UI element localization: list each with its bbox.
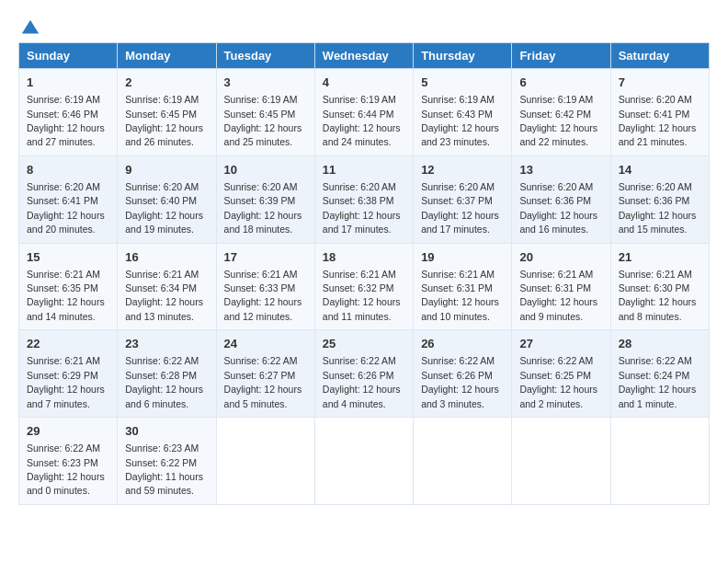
sunset-text: Sunset: 6:45 PM <box>125 109 197 120</box>
calendar-day-cell: 30 Sunrise: 6:23 AM Sunset: 6:22 PM Dayl… <box>118 418 216 505</box>
sunset-text: Sunset: 6:38 PM <box>323 195 394 206</box>
col-header-wednesday: Wednesday <box>314 43 413 69</box>
daylight-text: Daylight: 12 hours and 7 minutes. <box>27 384 105 408</box>
sunset-text: Sunset: 6:40 PM <box>125 195 197 206</box>
sunrise-text: Sunrise: 6:22 AM <box>125 355 199 366</box>
daylight-text: Daylight: 12 hours and 10 minutes. <box>421 296 499 321</box>
calendar-header-row: SundayMondayTuesdayWednesdayThursdayFrid… <box>19 43 710 69</box>
calendar-day-cell: 25 Sunrise: 6:22 AM Sunset: 6:26 PM Dayl… <box>314 330 413 418</box>
sunset-text: Sunset: 6:22 PM <box>125 457 197 468</box>
sunset-text: Sunset: 6:44 PM <box>323 109 394 120</box>
day-number: 21 <box>619 249 701 266</box>
sunrise-text: Sunrise: 6:20 AM <box>519 181 593 192</box>
daylight-text: Daylight: 12 hours and 27 minutes. <box>27 122 105 147</box>
calendar-day-cell: 19 Sunrise: 6:21 AM Sunset: 6:31 PM Dayl… <box>414 243 512 330</box>
sunrise-text: Sunrise: 6:22 AM <box>421 355 495 366</box>
calendar-day-cell: 14 Sunrise: 6:20 AM Sunset: 6:36 PM Dayl… <box>610 155 709 243</box>
sunset-text: Sunset: 6:35 PM <box>27 282 98 293</box>
day-number: 14 <box>619 162 701 178</box>
day-number: 20 <box>519 249 602 266</box>
day-number: 19 <box>421 249 504 266</box>
day-number: 3 <box>224 75 307 91</box>
sunset-text: Sunset: 6:46 PM <box>27 109 98 120</box>
sunrise-text: Sunrise: 6:21 AM <box>519 269 593 280</box>
empty-cell <box>314 418 413 505</box>
sunrise-text: Sunrise: 6:21 AM <box>125 269 199 280</box>
daylight-text: Daylight: 12 hours and 16 minutes. <box>519 210 597 235</box>
day-number: 16 <box>125 249 208 266</box>
calendar-day-cell: 23 Sunrise: 6:22 AM Sunset: 6:28 PM Dayl… <box>118 330 216 418</box>
calendar-day-cell: 20 Sunrise: 6:21 AM Sunset: 6:31 PM Dayl… <box>512 243 610 330</box>
sunset-text: Sunset: 6:28 PM <box>125 370 197 381</box>
daylight-text: Daylight: 12 hours and 5 minutes. <box>224 384 302 408</box>
daylight-text: Daylight: 12 hours and 9 minutes. <box>519 296 597 321</box>
sunrise-text: Sunrise: 6:21 AM <box>323 269 396 280</box>
calendar-day-cell: 9 Sunrise: 6:20 AM Sunset: 6:40 PM Dayli… <box>118 155 216 243</box>
daylight-text: Daylight: 12 hours and 15 minutes. <box>619 210 697 235</box>
calendar-day-cell: 13 Sunrise: 6:20 AM Sunset: 6:36 PM Dayl… <box>512 155 610 243</box>
day-number: 10 <box>224 162 307 178</box>
sunrise-text: Sunrise: 6:20 AM <box>421 181 495 192</box>
daylight-text: Daylight: 12 hours and 1 minute. <box>619 384 697 408</box>
day-number: 27 <box>519 336 602 352</box>
day-number: 7 <box>619 75 701 91</box>
daylight-text: Daylight: 12 hours and 18 minutes. <box>224 210 302 235</box>
calendar-week-row: 1 Sunrise: 6:19 AM Sunset: 6:46 PM Dayli… <box>19 69 710 156</box>
day-number: 15 <box>27 249 109 266</box>
day-number: 13 <box>519 162 602 178</box>
calendar-day-cell: 29 Sunrise: 6:22 AM Sunset: 6:23 PM Dayl… <box>19 418 118 505</box>
calendar-week-row: 22 Sunrise: 6:21 AM Sunset: 6:29 PM Dayl… <box>19 330 710 418</box>
daylight-text: Daylight: 12 hours and 19 minutes. <box>125 210 203 235</box>
day-number: 25 <box>323 336 405 352</box>
sunset-text: Sunset: 6:27 PM <box>224 370 296 381</box>
day-number: 30 <box>125 423 208 440</box>
sunset-text: Sunset: 6:24 PM <box>619 370 690 381</box>
calendar-day-cell: 6 Sunrise: 6:19 AM Sunset: 6:42 PM Dayli… <box>512 69 610 156</box>
daylight-text: Daylight: 12 hours and 0 minutes. <box>27 471 105 496</box>
sunset-text: Sunset: 6:36 PM <box>519 195 591 206</box>
col-header-friday: Friday <box>512 43 610 69</box>
daylight-text: Daylight: 12 hours and 12 minutes. <box>224 296 302 321</box>
empty-cell <box>512 418 610 505</box>
daylight-text: Daylight: 12 hours and 26 minutes. <box>125 122 203 147</box>
day-number: 23 <box>125 336 208 352</box>
header <box>18 18 710 35</box>
sunrise-text: Sunrise: 6:21 AM <box>421 269 495 280</box>
sunrise-text: Sunrise: 6:20 AM <box>27 181 100 192</box>
daylight-text: Daylight: 12 hours and 25 minutes. <box>224 122 302 147</box>
col-header-tuesday: Tuesday <box>216 43 314 69</box>
sunrise-text: Sunrise: 6:21 AM <box>27 269 100 280</box>
logo <box>18 18 40 35</box>
sunset-text: Sunset: 6:41 PM <box>27 195 98 206</box>
sunrise-text: Sunrise: 6:20 AM <box>619 94 692 105</box>
calendar-week-row: 15 Sunrise: 6:21 AM Sunset: 6:35 PM Dayl… <box>19 243 710 330</box>
calendar-day-cell: 5 Sunrise: 6:19 AM Sunset: 6:43 PM Dayli… <box>414 69 512 156</box>
sunset-text: Sunset: 6:26 PM <box>323 370 394 381</box>
calendar-day-cell: 8 Sunrise: 6:20 AM Sunset: 6:41 PM Dayli… <box>19 155 118 243</box>
daylight-text: Daylight: 12 hours and 21 minutes. <box>619 122 697 147</box>
logo-icon <box>20 18 40 39</box>
sunset-text: Sunset: 6:26 PM <box>421 370 493 381</box>
sunrise-text: Sunrise: 6:19 AM <box>323 94 396 105</box>
sunrise-text: Sunrise: 6:21 AM <box>224 269 298 280</box>
sunset-text: Sunset: 6:37 PM <box>421 195 493 206</box>
sunset-text: Sunset: 6:32 PM <box>323 282 394 293</box>
sunrise-text: Sunrise: 6:22 AM <box>27 442 100 454</box>
sunrise-text: Sunrise: 6:19 AM <box>27 94 100 105</box>
day-number: 28 <box>619 336 701 352</box>
sunset-text: Sunset: 6:33 PM <box>224 282 296 293</box>
calendar-day-cell: 11 Sunrise: 6:20 AM Sunset: 6:38 PM Dayl… <box>314 155 413 243</box>
day-number: 18 <box>323 249 405 266</box>
calendar: SundayMondayTuesdayWednesdayThursdayFrid… <box>18 42 710 505</box>
sunrise-text: Sunrise: 6:20 AM <box>619 181 692 192</box>
calendar-week-row: 29 Sunrise: 6:22 AM Sunset: 6:23 PM Dayl… <box>19 418 710 505</box>
sunset-text: Sunset: 6:39 PM <box>224 195 296 206</box>
svg-marker-0 <box>22 20 39 34</box>
sunrise-text: Sunrise: 6:19 AM <box>224 94 298 105</box>
sunrise-text: Sunrise: 6:20 AM <box>323 181 396 192</box>
day-number: 1 <box>27 75 109 91</box>
sunrise-text: Sunrise: 6:22 AM <box>519 355 593 366</box>
sunrise-text: Sunrise: 6:19 AM <box>125 94 199 105</box>
col-header-sunday: Sunday <box>19 43 118 69</box>
col-header-thursday: Thursday <box>414 43 512 69</box>
